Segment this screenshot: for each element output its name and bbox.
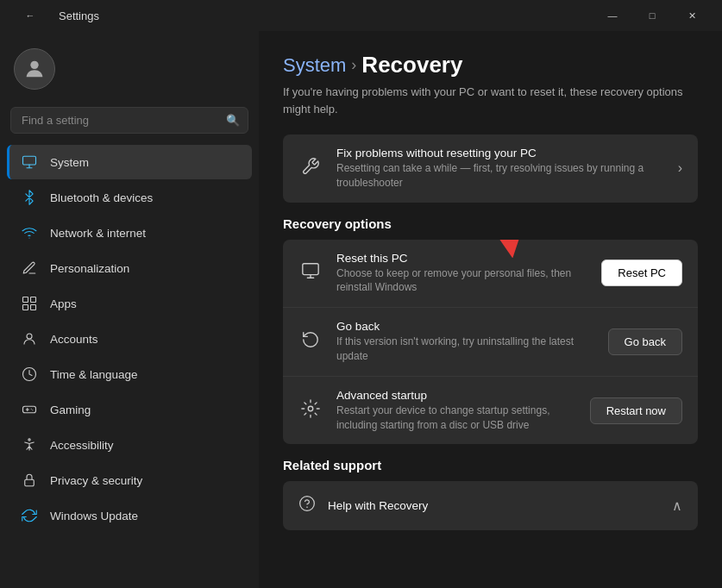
sidebar-item-windows-update[interactable]: Windows Update (7, 498, 252, 533)
svg-point-0 (30, 61, 38, 69)
fix-problems-title: Fix problems without resetting your PC (336, 147, 678, 160)
sidebar-item-bluetooth[interactable]: Bluetooth & devices (7, 180, 252, 215)
back-button[interactable]: ← (10, 3, 50, 28)
search-box[interactable]: 🔍 (10, 107, 248, 134)
close-button[interactable]: ✕ (672, 3, 712, 28)
sidebar-icon-accounts (21, 330, 38, 347)
svg-point-14 (308, 406, 313, 411)
sidebar-label-privacy: Privacy & security (50, 474, 142, 487)
chevron-right-icon: › (678, 160, 682, 176)
sidebar-item-privacy[interactable]: Privacy & security (7, 463, 252, 497)
reset-pc-button[interactable]: Reset PC (601, 260, 682, 286)
reset-pc-row: Reset this PC Choose to keep or remove y… (283, 240, 698, 309)
app-title: Settings (59, 9, 99, 22)
sidebar-label-accessibility: Accessibility (50, 439, 114, 452)
sidebar-icon-time (21, 366, 38, 383)
sidebar-icon-personalization (21, 260, 38, 277)
go-back-desc: If this version isn't working, try unins… (336, 335, 608, 364)
svg-point-6 (27, 334, 32, 339)
advanced-startup-desc: Restart your device to change startup se… (336, 403, 590, 433)
sidebar-icon-network (21, 224, 38, 241)
help-recovery-icon (298, 495, 316, 516)
sidebar-item-accounts[interactable]: Accounts (7, 322, 252, 356)
close-icon: ✕ (688, 10, 696, 22)
sidebar-icon-bluetooth (21, 189, 38, 206)
svg-point-9 (31, 409, 32, 410)
sidebar-icon-system (21, 153, 38, 171)
advanced-startup-title: Advanced startup (336, 389, 590, 402)
sidebar-label-gaming: Gaming (50, 403, 91, 416)
title-bar: ← Settings — □ ✕ (0, 0, 722, 31)
maximize-icon: □ (650, 10, 656, 21)
breadcrumb-separator: › (351, 56, 356, 74)
go-back-row: Go back If this version isn't working, t… (283, 308, 698, 377)
fix-problems-row[interactable]: Fix problems without resetting your PC R… (283, 134, 698, 203)
search-input[interactable] (10, 107, 248, 134)
advanced-startup-row: Advanced startup Restart your device to … (283, 377, 698, 445)
help-recovery-label: Help with Recovery (328, 499, 428, 512)
sidebar-item-gaming[interactable]: Gaming (7, 392, 252, 427)
sidebar-label-bluetooth: Bluetooth & devices (50, 191, 153, 204)
related-support-title: Related support (283, 458, 698, 472)
sidebar: 🔍 System Bluetooth & devices Network & i… (0, 31, 259, 588)
breadcrumb: System › Recovery (283, 52, 698, 78)
sidebar-label-windows-update: Windows Update (50, 510, 138, 522)
page-description: If you're having problems with your PC o… (283, 84, 698, 117)
svg-rect-2 (23, 297, 28, 303)
maximize-button[interactable]: □ (632, 3, 672, 28)
svg-point-11 (28, 439, 30, 441)
svg-rect-5 (31, 305, 36, 310)
related-support-card: Help with Recovery ∧ (283, 481, 698, 530)
sidebar-icon-gaming (21, 401, 38, 418)
reset-pc-title: Reset this PC (336, 252, 601, 265)
avatar (14, 48, 55, 90)
advanced-startup-icon (298, 399, 323, 422)
reset-pc-icon (298, 261, 323, 285)
chevron-up-icon: ∧ (672, 497, 682, 514)
sidebar-icon-privacy (21, 472, 38, 489)
sidebar-label-network: Network & internet (50, 227, 146, 240)
svg-point-15 (300, 497, 315, 511)
sidebar-item-system[interactable]: System (7, 145, 252, 179)
sidebar-item-time[interactable]: Time & language (7, 357, 252, 391)
sidebar-label-system: System (50, 156, 89, 169)
back-icon: ← (26, 10, 35, 21)
svg-rect-1 (23, 156, 36, 165)
fix-problems-card: Fix problems without resetting your PC R… (283, 134, 698, 203)
restart-now-button[interactable]: Restart now (590, 397, 682, 424)
minimize-button[interactable]: — (593, 3, 632, 28)
breadcrumb-current: Recovery (361, 52, 462, 78)
user-avatar-section (0, 38, 259, 103)
sidebar-icon-apps (21, 295, 38, 312)
sidebar-label-personalization: Personalization (50, 262, 129, 275)
svg-point-16 (307, 507, 308, 508)
sidebar-item-network[interactable]: Network & internet (7, 216, 252, 250)
recovery-options-title: Recovery options (283, 216, 698, 231)
svg-rect-8 (23, 406, 36, 413)
breadcrumb-parent: System (283, 54, 346, 77)
sidebar-item-personalization[interactable]: Personalization (7, 251, 252, 285)
sidebar-item-apps[interactable]: Apps (7, 286, 252, 321)
sidebar-label-time: Time & language (50, 368, 138, 381)
reset-pc-desc: Choose to keep or remove your personal f… (336, 266, 601, 296)
fix-problems-desc: Resetting can take a while — first, try … (336, 161, 678, 191)
go-back-button[interactable]: Go back (608, 328, 682, 355)
sidebar-icon-windows-update (21, 507, 38, 524)
go-back-icon (298, 330, 323, 353)
sidebar-label-accounts: Accounts (50, 333, 98, 346)
recovery-options-card: Reset this PC Choose to keep or remove y… (283, 240, 698, 445)
search-icon: 🔍 (226, 114, 240, 127)
svg-point-10 (32, 410, 33, 410)
sidebar-icon-accessibility (21, 436, 38, 454)
minimize-icon: — (608, 10, 618, 21)
sidebar-label-apps: Apps (50, 297, 77, 310)
svg-rect-12 (25, 479, 35, 486)
fix-problems-icon (298, 157, 323, 180)
main-content: System › Recovery If you're having probl… (259, 31, 722, 588)
go-back-title: Go back (336, 320, 608, 333)
svg-rect-4 (23, 305, 28, 310)
sidebar-item-accessibility[interactable]: Accessibility (7, 428, 252, 462)
window-controls: — □ ✕ (593, 3, 712, 28)
help-recovery-row[interactable]: Help with Recovery ∧ (283, 481, 698, 530)
svg-rect-3 (31, 297, 36, 303)
